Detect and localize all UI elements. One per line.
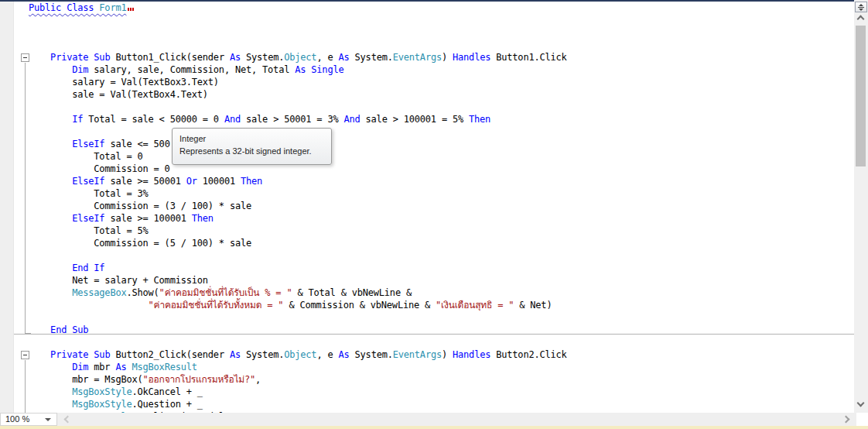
zoom-level-select[interactable]: 100 % xyxy=(0,413,57,426)
code-line[interactable]: MsgBoxStyle.OkCancel + _ xyxy=(29,386,203,398)
vertical-scrollbar-thumb[interactable] xyxy=(856,26,866,166)
code-line[interactable]: salary = Val(TextBox3.Text) xyxy=(29,76,219,88)
scroll-right-icon[interactable] xyxy=(842,416,850,424)
code-line[interactable]: Total = 3% xyxy=(29,187,149,200)
code-line[interactable]: ElseIf sale >= 100001 Then xyxy=(29,212,214,225)
minus-icon xyxy=(23,355,27,355)
code-line[interactable]: sale = Val(TextBox4.Text) xyxy=(29,88,208,101)
intellisense-tooltip: Integer Represents a 32-bit signed integ… xyxy=(172,128,332,165)
code-line[interactable]: MessageBox.Show("ค่าคอมมิชชั่นที่ได้รับเ… xyxy=(29,287,412,299)
outline-guide-line xyxy=(25,360,26,413)
code-line[interactable]: Private Sub Button2_Click(sender As Syst… xyxy=(29,348,567,361)
code-line[interactable]: End Sub xyxy=(29,324,88,336)
code-line[interactable]: ElseIf sale >= 50001 Or 100001 Then xyxy=(29,175,262,187)
tooltip-title: Integer xyxy=(179,132,324,145)
chevron-down-icon xyxy=(45,418,51,421)
horizontal-scrollbar[interactable]: 100 % xyxy=(0,413,856,426)
code-line[interactable]: Commission = 0 xyxy=(29,163,170,175)
zoom-level-value: 100 % xyxy=(5,414,29,424)
code-line[interactable]: "ค่าคอมมิชชั่นที่ได้รับทั้งหมด = " & Com… xyxy=(29,299,552,311)
code-line[interactable]: Dim mbr As MsgBoxResult xyxy=(29,361,197,373)
vb-code-editor-window: Public Class Form1 Private Sub Button1_C… xyxy=(0,0,868,429)
tooltip-body: Represents a 32-bit signed integer. xyxy=(179,145,324,157)
code-line[interactable]: Commission = (5 / 100) * sale xyxy=(29,237,251,249)
indicator-margin xyxy=(0,2,14,413)
split-window-button[interactable] xyxy=(855,2,867,12)
code-line[interactable]: Total = 0 xyxy=(29,150,143,163)
scroll-left-icon[interactable] xyxy=(64,416,72,424)
scroll-down-icon[interactable] xyxy=(857,400,865,407)
code-line[interactable]: Private Sub Button1_Click(sender As Syst… xyxy=(29,51,567,63)
code-line[interactable]: Commission = (3 / 100) * sale xyxy=(29,200,251,212)
code-editor-surface[interactable]: Public Class Form1 Private Sub Button1_C… xyxy=(0,2,854,413)
code-line[interactable]: Dim salary, sale, Commission, Net, Total… xyxy=(29,63,343,76)
vertical-scrollbar[interactable] xyxy=(854,0,868,413)
scrollbar-corner xyxy=(856,413,868,426)
bottom-highlight-strip xyxy=(0,426,868,429)
splitter-icon xyxy=(858,4,864,11)
code-line[interactable]: mbr = MsgBox("ออกจากโปรแกรมหรือไม่?", xyxy=(29,373,261,386)
code-line[interactable]: If Total = sale < 50000 = 0 And sale > 5… xyxy=(29,113,490,125)
code-line[interactable]: End If xyxy=(29,262,104,274)
code-line[interactable]: MsgBoxStyle.Question + _ xyxy=(29,398,203,410)
code-line[interactable]: Total = 5% xyxy=(29,225,149,237)
code-line[interactable]: ElseIf sale <= 500 xyxy=(29,138,170,150)
outline-guide-line xyxy=(25,63,26,333)
scroll-up-icon[interactable] xyxy=(857,15,865,23)
error-marker-icon xyxy=(128,8,134,11)
code-line[interactable]: Public Class Form1 xyxy=(29,2,134,14)
code-line[interactable]: Net = salary + Commission xyxy=(29,274,208,287)
procedure-separator-line xyxy=(14,334,854,335)
minus-icon xyxy=(23,57,27,58)
